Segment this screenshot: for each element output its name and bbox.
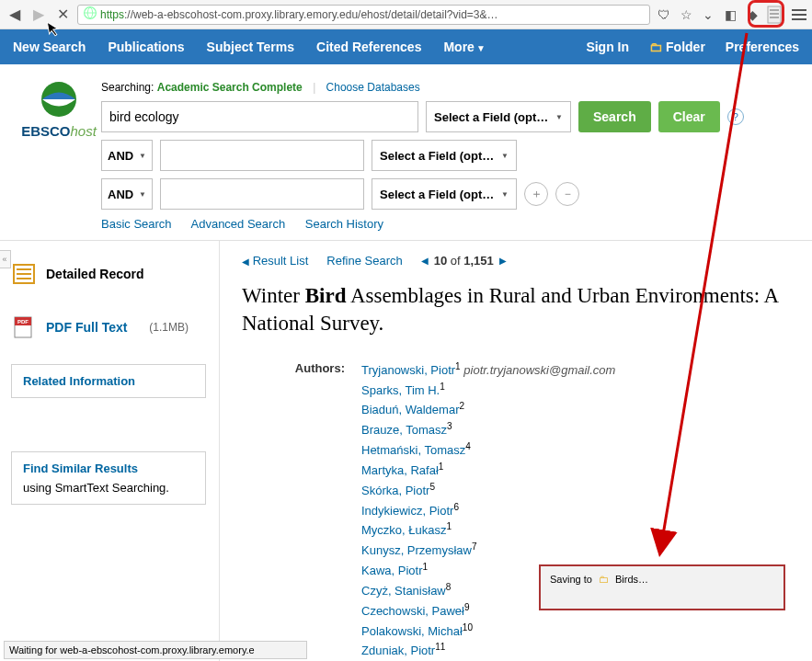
search-history-link[interactable]: Search History [305,217,383,231]
operator-select-3[interactable]: AND [101,178,153,210]
author-link[interactable]: Sparks, Tim H. [361,383,440,397]
stop-button[interactable]: ✕ [53,6,72,24]
top-nav: New Search Publications Subject Terms Ci… [0,29,812,64]
search-term-2[interactable] [160,140,364,171]
result-nav: ◀ Result List Refine Search ◀ 10 of 1,15… [242,254,794,268]
remove-row-button[interactable]: － [555,182,579,206]
ebsco-logo-icon [40,81,77,118]
address-bar[interactable]: https://web-a-ebscohost-com.proxy.librar… [77,5,650,25]
author-entry: Hetmański, Tomasz4 [361,439,794,460]
author-entry: Skórka, Piotr5 [361,480,794,500]
globe-icon [84,6,97,22]
author-link[interactable]: Tryjanowski, Piotr [361,363,455,377]
pocket-icon[interactable]: ⌄ [700,6,716,23]
author-entry: Polakowski, Michał10 [361,621,794,641]
author-link[interactable]: Polakowski, Michał [361,624,463,638]
record-position: 10 of 1,151 [434,254,494,268]
author-link[interactable]: Czyż, Stanisław [361,584,446,598]
author-link[interactable]: Skórka, Piotr [361,484,429,497]
sidebar: « Detailed Record PDF PDF Full Text (1.1… [0,241,220,661]
basic-search-link[interactable]: Basic Search [101,217,172,231]
pdf-icon: PDF [11,314,37,340]
refine-search-link[interactable]: Refine Search [326,254,402,268]
nav-preferences[interactable]: Preferences [726,40,799,54]
operator-select-2[interactable]: AND [101,140,153,171]
next-record-button[interactable]: ▶ [499,256,507,266]
search-term-1[interactable] [101,101,418,132]
zotero-icon[interactable] [766,6,783,23]
folder-icon: 🗀 [599,574,609,585]
author-entry: Indykiewicz, Piotr6 [361,500,794,520]
nav-publications[interactable]: Publications [108,40,184,54]
status-bar: Waiting for web-a-ebscohost-com.proxy.li… [4,641,307,659]
detailed-record-link[interactable]: Detailed Record [11,256,206,292]
author-link[interactable]: Myczko, Łukasz [361,524,446,538]
forward-button: ▶ [29,6,48,24]
search-area: EBSCOhost Searching: Academic Search Com… [0,64,812,240]
related-info-box: Related Information [11,364,206,398]
svg-rect-2 [770,9,779,11]
authors-list: Tryjanowski, Piotr1 piotr.tryjanowski@gm… [361,359,794,661]
advanced-search-link[interactable]: Advanced Search [191,217,286,231]
similar-results-box: Find Similar Results using SmartText Sea… [11,451,206,505]
zotero-save-popup: Saving to 🗀 Birds… [539,564,785,610]
add-row-button[interactable]: ＋ [524,182,548,206]
author-link[interactable]: Zduniak, Piotr [361,644,435,658]
related-info-link[interactable]: Related Information [23,374,135,388]
search-mode-links: Basic Search Advanced Search Search Hist… [101,217,803,231]
nav-cited-references[interactable]: Cited References [316,40,421,54]
popup-text: Saving to 🗀 Birds… [550,574,648,585]
author-link[interactable]: Kawa, Piotr [361,564,422,577]
author-link[interactable]: Czechowski, Paweł [361,604,464,618]
extension-icon-2[interactable]: ◆ [744,6,761,23]
field-select-1[interactable]: Select a Field (option… [426,101,571,132]
logo[interactable]: EBSCOhost [17,81,101,231]
star-icon[interactable]: ☆ [678,6,694,23]
author-link[interactable]: Kunysz, Przemysław [361,544,472,558]
result-list-link[interactable]: Result List [253,254,309,268]
back-button[interactable]: ◀ [6,6,24,24]
nav-sign-in[interactable]: Sign In [586,40,629,54]
svg-rect-4 [770,17,779,18]
field-select-2[interactable]: Select a Field (option… [372,140,517,171]
author-entry: Sparks, Tim H.1 [361,380,794,400]
clear-button[interactable]: Clear [658,101,720,132]
author-link[interactable]: Biaduń, Waldemar [361,404,459,417]
author-entry: Kunysz, Przemysław7 [361,540,794,560]
record-icon [11,261,37,287]
author-link[interactable]: Martyka, Rafał [361,463,439,477]
similar-subtext: using SmartText Searching. [23,481,194,495]
article-title: Winter Bird Assemblages in Rural and Urb… [242,282,794,337]
extension-icon-1[interactable]: ◧ [722,6,738,23]
folder-icon: 🗀 [649,40,662,54]
database-name: Academic Search Complete [157,81,303,94]
url-text: https://web-a-ebscohost-com.proxy.librar… [100,8,644,21]
browser-toolbar: ◀ ▶ ✕ https://web-a-ebscohost-com.proxy.… [0,0,812,29]
help-icon[interactable]: ? [727,108,744,125]
author-entry: Biaduń, Waldemar2 [361,399,794,419]
chevron-left-icon: ◀ [242,256,249,267]
author-entry: Tryjanowski, Piotr1 piotr.tryjanowski@gm… [361,359,794,380]
prev-record-button[interactable]: ◀ [421,256,429,266]
brand-text: EBSCOhost [17,123,101,139]
collapse-sidebar-button[interactable]: « [0,250,11,268]
shield-icon[interactable]: 🛡 [656,6,672,23]
find-similar-link[interactable]: Find Similar Results [23,462,194,475]
author-link[interactable]: Brauze, Tomasz [361,424,447,438]
svg-text:PDF: PDF [17,319,29,325]
author-email: piotr.tryjanowski@gmail.com [461,363,616,377]
author-link[interactable]: Hetmański, Tomasz [361,443,465,457]
search-term-3[interactable] [160,178,364,210]
menu-button[interactable] [792,9,806,20]
nav-folder[interactable]: 🗀Folder [649,40,705,54]
nav-more[interactable]: More▼ [443,40,485,54]
pdf-full-text-link[interactable]: PDF PDF Full Text (1.1MB) [11,309,206,346]
nav-new-search[interactable]: New Search [13,40,86,54]
field-select-3[interactable]: Select a Field (option… [372,178,517,210]
search-meta: Searching: Academic Search Complete | Ch… [101,81,803,94]
choose-databases-link[interactable]: Choose Databases [326,81,420,94]
search-button[interactable]: Search [578,101,651,132]
author-link[interactable]: Indykiewicz, Piotr [361,504,453,518]
nav-subject-terms[interactable]: Subject Terms [207,40,294,54]
author-entry: Zduniak, Piotr11 [361,640,794,660]
